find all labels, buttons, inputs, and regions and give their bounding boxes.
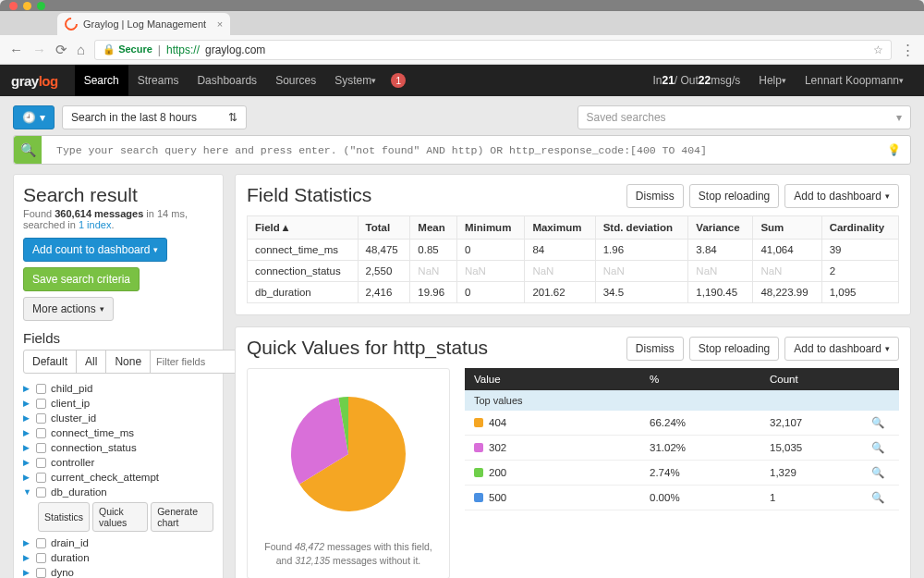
- reload-icon[interactable]: ⟳: [55, 42, 67, 58]
- field-item[interactable]: ▶drain_id: [23, 535, 213, 550]
- search-query-row: 🔍 💡: [13, 135, 911, 165]
- field-item[interactable]: ▶cluster_id: [23, 411, 213, 425]
- nav-sources[interactable]: Sources: [266, 65, 325, 96]
- magnify-icon[interactable]: 🔍: [871, 441, 890, 454]
- search-submit-button[interactable]: 🔍: [14, 136, 42, 164]
- field-action-button[interactable]: Generate chart: [151, 502, 213, 532]
- stats-col-header[interactable]: Maximum: [525, 216, 595, 240]
- notification-badge[interactable]: 1: [391, 73, 406, 88]
- field-action-button[interactable]: Statistics: [38, 502, 90, 532]
- forward-icon[interactable]: →: [32, 42, 46, 57]
- timerange-select[interactable]: Search in the last 8 hours⇅: [62, 105, 247, 129]
- browser-tab[interactable]: Graylog | Log Management ×: [57, 13, 230, 35]
- field-checkbox[interactable]: [36, 568, 46, 578]
- magnify-icon[interactable]: 🔍: [871, 491, 890, 504]
- close-window-dot[interactable]: [9, 2, 18, 10]
- search-result-title: Search result: [23, 184, 213, 206]
- graylog-logo[interactable]: graylog: [11, 73, 58, 89]
- back-icon[interactable]: ←: [9, 42, 23, 57]
- stats-stop-reloading-button[interactable]: Stop reloading: [689, 184, 779, 208]
- stats-row: connection_status2,550NaNNaNNaNNaNNaNNaN…: [248, 261, 899, 282]
- qv-value: 200: [489, 467, 506, 478]
- index-link[interactable]: 1 index: [79, 219, 111, 230]
- lock-icon: 🔒 Secure: [103, 43, 152, 55]
- more-actions-button[interactable]: More actions: [23, 297, 114, 321]
- field-name: child_pid: [51, 383, 92, 394]
- field-checkbox[interactable]: [36, 413, 46, 424]
- field-action-button[interactable]: Quick values: [92, 502, 148, 532]
- stats-col-header[interactable]: Cardinality: [821, 216, 898, 240]
- field-item[interactable]: ▶controller: [23, 455, 213, 470]
- timerange-mode-button[interactable]: 🕘▾: [13, 105, 55, 129]
- search-input[interactable]: [49, 138, 880, 163]
- url-field[interactable]: 🔒 Secure | https://graylog.com ☆: [94, 40, 892, 60]
- stats-cell: 2,550: [358, 261, 410, 282]
- field-checkbox[interactable]: [36, 428, 46, 438]
- star-icon[interactable]: ☆: [873, 43, 883, 56]
- menu-icon[interactable]: ⋮: [901, 42, 915, 58]
- nav-help[interactable]: Help: [749, 65, 796, 96]
- quick-values-table: Value % Count Top values 40466.24%32,107…: [465, 368, 899, 578]
- stats-col-header[interactable]: Sum: [753, 216, 821, 240]
- query-help-icon[interactable]: 💡: [887, 143, 910, 156]
- nav-streams[interactable]: Streams: [128, 65, 188, 96]
- qv-row: 40466.24%32,107🔍: [465, 411, 899, 436]
- stats-add-to-dashboard-button[interactable]: Add to dashboard: [784, 184, 899, 208]
- stats-cell: NaN: [595, 261, 688, 282]
- stats-col-header[interactable]: Mean: [410, 216, 457, 240]
- saved-searches-select[interactable]: Saved searches▾: [578, 105, 912, 129]
- nav-system[interactable]: System: [325, 65, 385, 96]
- stats-cell: connection_status: [248, 261, 359, 282]
- field-checkbox[interactable]: [36, 487, 46, 498]
- nav-search[interactable]: Search: [75, 65, 128, 96]
- field-item[interactable]: ▶client_ip: [23, 396, 213, 411]
- magnify-icon[interactable]: 🔍: [871, 466, 890, 479]
- nav-dashboards[interactable]: Dashboards: [188, 65, 266, 96]
- search-result-summary: Found 360,614 messages in 14 ms, searche…: [23, 208, 213, 230]
- stats-cell: 1,095: [821, 282, 898, 303]
- home-icon[interactable]: ⌂: [77, 42, 85, 57]
- magnify-icon[interactable]: 🔍: [871, 416, 890, 429]
- field-item[interactable]: ▶child_pid: [23, 381, 213, 396]
- field-checkbox[interactable]: [36, 443, 46, 453]
- qv-add-to-dashboard-button[interactable]: Add to dashboard: [784, 337, 899, 361]
- field-item[interactable]: ▼db_duration: [23, 485, 213, 499]
- field-checkbox[interactable]: [36, 473, 46, 483]
- save-search-criteria-button[interactable]: Save search criteria: [23, 267, 140, 291]
- stats-col-header[interactable]: Total: [358, 216, 410, 240]
- browser-tab-strip: Graylog | Log Management ×: [0, 11, 924, 35]
- stats-col-header[interactable]: Variance: [688, 216, 753, 240]
- caret-icon: ▶: [23, 428, 31, 437]
- stats-col-header[interactable]: Std. deviation: [595, 216, 688, 240]
- macos-traffic-lights: [0, 0, 924, 11]
- field-checkbox[interactable]: [36, 458, 46, 468]
- stats-col-header[interactable]: Field ▴: [248, 216, 359, 240]
- field-checkbox[interactable]: [36, 384, 46, 394]
- field-checkbox[interactable]: [36, 538, 46, 548]
- fields-tab-default[interactable]: Default: [23, 350, 77, 374]
- add-count-to-dashboard-button[interactable]: Add count to dashboard: [23, 238, 167, 262]
- field-name: db_duration: [51, 486, 107, 498]
- field-item[interactable]: ▶current_check_attempt: [23, 470, 213, 485]
- qv-stop-reloading-button[interactable]: Stop reloading: [689, 337, 779, 361]
- field-item[interactable]: ▶duration: [23, 550, 213, 565]
- minimize-window-dot[interactable]: [23, 2, 31, 10]
- stats-dismiss-button[interactable]: Dismiss: [626, 184, 684, 208]
- stats-cell: 1,190.45: [688, 282, 753, 303]
- fields-tab-all[interactable]: All: [76, 350, 106, 374]
- field-checkbox[interactable]: [36, 399, 46, 409]
- close-tab-icon[interactable]: ×: [217, 18, 223, 30]
- fields-tab-group: Default All None: [23, 350, 213, 374]
- caret-icon: ▶: [23, 413, 31, 423]
- qv-value: 500: [489, 492, 506, 503]
- maximize-window-dot[interactable]: [37, 2, 45, 10]
- qv-dismiss-button[interactable]: Dismiss: [626, 337, 684, 361]
- field-checkbox[interactable]: [36, 553, 46, 563]
- nav-user-menu[interactable]: Lennart Koopmann: [796, 65, 913, 96]
- field-item[interactable]: ▶dyno: [23, 565, 213, 578]
- qv-col-count: Count: [770, 374, 890, 385]
- field-item[interactable]: ▶connect_time_ms: [23, 425, 213, 440]
- field-item[interactable]: ▶connection_status: [23, 440, 213, 455]
- fields-tab-none[interactable]: None: [105, 350, 151, 374]
- stats-col-header[interactable]: Minimum: [456, 216, 525, 240]
